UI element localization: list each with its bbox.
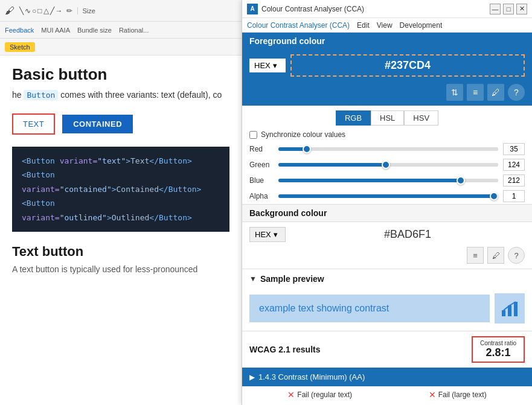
fg-hex-select[interactable]: HEX ▾ <box>249 59 286 72</box>
wcag-143-section[interactable]: ▶ 1.4.3 Contrast (Minimum) (AA) <box>242 368 532 386</box>
bg-hex-dropdown-icon: ▾ <box>274 230 278 239</box>
sort-icon-btn[interactable]: ⇅ <box>446 84 463 101</box>
bg-hex-select[interactable]: HEX ▾ <box>249 227 286 242</box>
desc-suffix: comes with three variants: text (default… <box>58 90 222 100</box>
alpha-label: Alpha <box>249 192 274 200</box>
alpha-slider-fill <box>278 194 498 198</box>
text-button[interactable]: TEXT <box>12 113 55 135</box>
triangle-icon[interactable]: △ <box>43 7 49 15</box>
blue-slider-fill <box>278 179 498 182</box>
svg-rect-0 <box>502 310 505 316</box>
toolbar-icons: ╲ ∿ ○ □ △ ╱ → ✏ <box>19 7 72 15</box>
fail-row: ✕ Fail (regular text) ✕ Fail (large text… <box>242 386 532 403</box>
alpha-slider-thumb[interactable] <box>490 192 498 200</box>
preview-text-box: example text showing contrast <box>249 295 490 322</box>
red-slider-track[interactable] <box>278 147 498 151</box>
fg-hex-row: HEX ▾ <box>242 49 532 81</box>
bg-help-icon-btn[interactable]: ? <box>508 247 525 264</box>
code-line-1: <Button variant="text">Text</Button> <box>22 154 220 168</box>
menu-view[interactable]: View <box>377 21 393 30</box>
nav-tab[interactable]: MUI AAIA <box>41 27 70 34</box>
rational-tab[interactable]: Rational... <box>119 27 149 34</box>
button-code-tag: Button <box>24 90 58 100</box>
button-row: TEXT CONTAINED <box>12 113 229 135</box>
fail-large-icon: ✕ <box>429 390 436 400</box>
blue-slider-track[interactable] <box>278 179 498 182</box>
bg-icon-toolbar: ≡ 🖊 ? <box>242 247 532 269</box>
restore-button[interactable]: □ <box>503 4 514 14</box>
background-header: Background colour <box>242 204 532 222</box>
cca-scroll-area[interactable]: Foreground colour HEX ▾ ⇅ ≡ 🖊 ? RGB HSL … <box>242 33 532 405</box>
fg-hex-input[interactable] <box>290 54 525 77</box>
fail-regular-icon: ✕ <box>287 390 295 400</box>
alpha-slider-track[interactable] <box>278 194 498 198</box>
eyedropper-icon-btn[interactable]: 🖊 <box>487 84 504 101</box>
blue-slider-thumb[interactable] <box>457 176 465 185</box>
blue-value[interactable] <box>503 174 525 187</box>
minimize-button[interactable]: — <box>490 4 501 14</box>
red-slider-fill <box>278 147 498 151</box>
preview-title: Sample preview <box>260 274 324 284</box>
circle-icon[interactable]: ○ <box>32 7 36 15</box>
contained-button[interactable]: CONTAINED <box>62 115 133 133</box>
menu-edit[interactable]: Edit <box>357 21 370 30</box>
bundle-tab[interactable]: Bundle size <box>77 27 112 34</box>
contrast-ratio-value: 2.8:1 <box>480 346 516 359</box>
bg-eyedropper-icon-btn[interactable]: 🖊 <box>487 247 504 264</box>
toolbar-row2: Feedback MUI AAIA Bundle size Rational..… <box>0 22 242 39</box>
fail-large-label: Fail (large text) <box>438 391 487 399</box>
toolbar-row1: 🖌 ╲ ∿ ○ □ △ ╱ → ✏ Size <box>0 0 242 22</box>
fg-hex-label: HEX <box>254 61 271 70</box>
green-slider-thumb[interactable] <box>382 161 390 169</box>
preview-toggle[interactable]: ▼ <box>249 275 257 283</box>
tab-rgb[interactable]: RGB <box>336 110 371 126</box>
cca-window: A Colour Contrast Analyser (CCA) — □ ✕ C… <box>242 0 532 405</box>
size-label: Size <box>83 7 95 14</box>
wcag-label: WCAG 2.1 results <box>249 345 320 354</box>
foreground-header: Foreground colour <box>242 33 532 49</box>
window-controls: — □ ✕ <box>490 4 527 14</box>
sliders-icon-btn[interactable]: ≡ <box>467 84 484 101</box>
fail-regular: ✕ Fail (regular text) <box>287 390 352 400</box>
blue-label: Blue <box>249 176 274 185</box>
left-panel: 🖌 ╲ ∿ ○ □ △ ╱ → ✏ Size Feedback MUI AAIA… <box>0 0 242 405</box>
wcag-results-row: WCAG 2.1 results Contrast ratio 2.8:1 <box>242 331 532 368</box>
bg-hex-input[interactable] <box>290 228 525 241</box>
feedback-tab[interactable]: Feedback <box>5 27 34 34</box>
cca-logo-icon: A <box>247 4 258 14</box>
sync-label: Synchronize colour values <box>261 130 345 139</box>
pencil-icon[interactable]: ╲ <box>19 7 24 15</box>
description: he Button comes with three variants: tex… <box>12 89 229 101</box>
menu-app[interactable]: Colour Contrast Analyser (CCA) <box>247 21 350 30</box>
sync-checkbox[interactable] <box>249 131 257 139</box>
red-label: Red <box>249 145 274 153</box>
alpha-value[interactable] <box>503 190 525 202</box>
tab-hsv[interactable]: HSV <box>404 110 438 126</box>
bg-sliders-icon-btn[interactable]: ≡ <box>467 247 484 264</box>
alpha-slider-row: Alpha <box>242 188 532 204</box>
cca-title: Colour Contrast Analyser (CCA) <box>261 5 364 13</box>
green-slider-track[interactable] <box>278 163 498 167</box>
wcag-143-label: 1.4.3 Contrast (Minimum) (AA) <box>258 372 365 381</box>
green-label: Green <box>249 161 274 169</box>
code-block: <Button variant="text">Text</Button> <Bu… <box>12 147 229 232</box>
code-line-2: <Button variant="contained">Contained</B… <box>22 168 220 196</box>
arrow-icon[interactable]: → <box>56 7 63 15</box>
red-slider-thumb[interactable] <box>303 145 311 153</box>
edit-icon[interactable]: ✏ <box>66 7 72 15</box>
close-button[interactable]: ✕ <box>516 4 527 14</box>
fg-icon-toolbar: ⇅ ≡ 🖊 ? <box>242 81 532 106</box>
fail-large: ✕ Fail (large text) <box>429 390 487 400</box>
menu-development[interactable]: Development <box>400 21 443 30</box>
curve-icon[interactable]: ∿ <box>25 7 31 15</box>
tab-hsl[interactable]: HSL <box>371 110 404 126</box>
red-value[interactable] <box>503 143 525 155</box>
line-icon[interactable]: ╱ <box>50 7 54 15</box>
rect-icon[interactable]: □ <box>37 7 42 15</box>
cca-titlebar: A Colour Contrast Analyser (CCA) — □ ✕ <box>242 0 532 18</box>
green-value[interactable] <box>503 159 525 171</box>
red-slider-row: Red <box>242 141 532 157</box>
bg-hex-label: HEX <box>255 230 271 239</box>
help-icon-btn[interactable]: ? <box>508 84 525 101</box>
brush-icon: 🖌 <box>5 5 14 16</box>
